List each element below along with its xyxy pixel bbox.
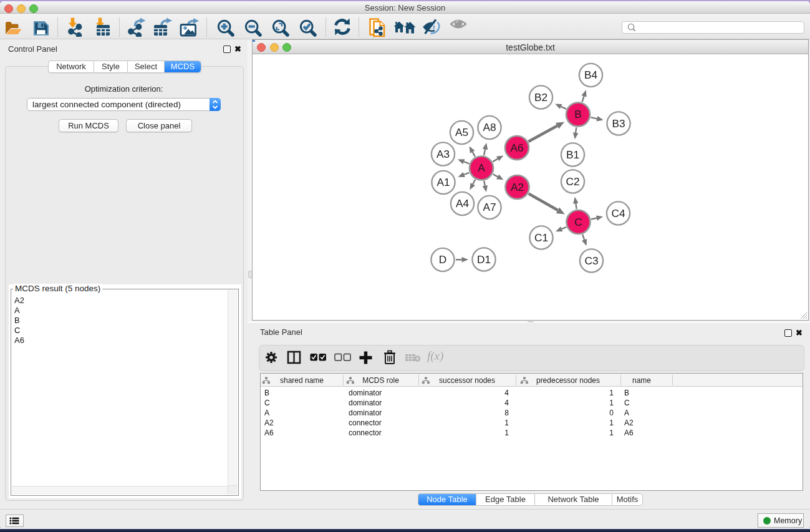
svg-text:A2: A2 — [511, 181, 524, 193]
svg-text:C4: C4 — [611, 207, 625, 220]
svg-text:C1: C1 — [534, 231, 548, 244]
svg-text:B2: B2 — [534, 91, 547, 104]
svg-text:B4: B4 — [584, 69, 598, 81]
svg-text:A4: A4 — [456, 197, 470, 210]
svg-text:B3: B3 — [612, 117, 625, 130]
svg-text:D: D — [439, 253, 446, 266]
svg-text:A7: A7 — [483, 201, 496, 213]
svg-text:C3: C3 — [584, 254, 598, 267]
svg-text:A: A — [478, 162, 485, 174]
svg-text:B: B — [574, 108, 582, 120]
svg-text:A3: A3 — [436, 148, 450, 160]
svg-text:B1: B1 — [566, 148, 579, 161]
svg-text:C: C — [574, 216, 582, 228]
svg-text:C2: C2 — [566, 175, 579, 188]
svg-text:D1: D1 — [477, 253, 491, 266]
svg-text:A8: A8 — [483, 121, 496, 133]
svg-text:A5: A5 — [455, 126, 468, 138]
svg-text:A6: A6 — [510, 142, 523, 154]
svg-text:A1: A1 — [436, 176, 450, 188]
